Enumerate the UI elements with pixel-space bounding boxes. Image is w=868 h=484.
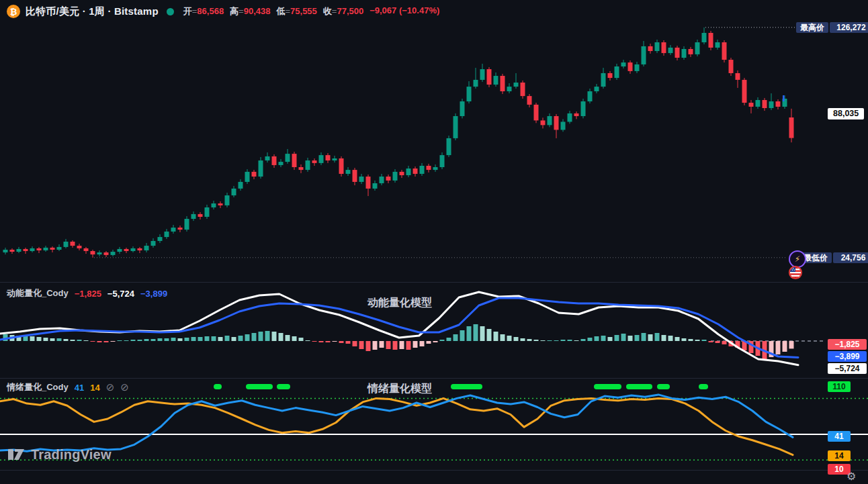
tradingview-logo[interactable]: TradingView: [8, 446, 112, 463]
open-label: 开: [183, 6, 192, 16]
sentiment-blue-axis-badge: 41: [828, 431, 851, 442]
us-flag-graphic: [788, 264, 803, 281]
momentum-watermark: 动能量化模型: [0, 296, 799, 310]
symbol-title[interactable]: 比特币/美元 · 1周 · Bitstamp: [26, 5, 159, 18]
low-label: 低: [276, 6, 285, 16]
momentum-slow-axis-badge: −3,899: [828, 351, 867, 362]
ohlc-legend: 开=86,568 高=90,438 低=75,555 收=77,500 −9,0…: [183, 5, 440, 17]
tradingview-logo-text: TradingView: [31, 447, 112, 463]
lowest-price-value: 24,756: [833, 252, 868, 263]
momentum-fast-axis-badge: −5,724: [828, 363, 867, 374]
sentiment-orange-axis-badge: 14: [828, 450, 851, 461]
us-flag-event-icon[interactable]: [788, 265, 803, 280]
bitcoin-icon: ₿: [7, 5, 20, 18]
close-label: 收: [323, 6, 332, 16]
lowest-price-badge: 最低价 24,756: [799, 252, 868, 263]
gear-icon[interactable]: ⚙: [847, 470, 856, 483]
highest-price-value: 126,272: [830, 22, 868, 33]
close-value: 77,500: [337, 6, 363, 16]
market-status-icon[interactable]: [167, 8, 174, 15]
tradingview-logo-icon: [8, 446, 26, 463]
pane-separator[interactable]: [0, 378, 868, 379]
highest-price-label: 最高价: [796, 22, 828, 33]
pane-separator[interactable]: [0, 282, 868, 283]
low-value: 75,555: [290, 6, 317, 16]
chart-canvas[interactable]: [0, 0, 868, 484]
change-value: −9,067 (−10.47%): [370, 5, 439, 17]
sentiment-watermark: 情绪量化模型: [0, 382, 799, 396]
last-price-badge: 88,035: [828, 108, 864, 119]
highest-price-badge: 最高价 126,272: [796, 22, 868, 33]
open-value: 86,568: [197, 6, 224, 16]
sentiment-top-axis-badge: 110: [828, 381, 851, 392]
symbol-legend: ₿ 比特币/美元 · 1周 · Bitstamp 开=86,568 高=90,4…: [7, 4, 439, 19]
pane-separator: [0, 470, 868, 471]
high-value: 90,438: [244, 6, 271, 16]
tradingview-chart-window: ₿ 比特币/美元 · 1周 · Bitstamp 开=86,568 高=90,4…: [0, 0, 868, 484]
momentum-hist-axis-badge: −1,825: [828, 339, 867, 350]
high-label: 高: [230, 6, 238, 16]
